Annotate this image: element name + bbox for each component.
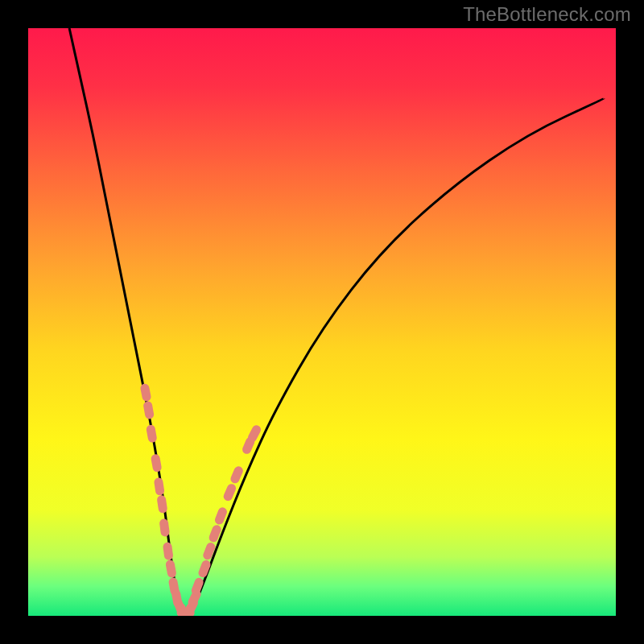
watermark-label: TheBottleneck.com	[463, 3, 631, 26]
curve-marker	[154, 477, 165, 496]
curve-layer	[28, 28, 616, 616]
curve-marker	[156, 495, 167, 514]
svg-rect-8	[165, 559, 177, 579]
bottleneck-curve	[69, 28, 604, 614]
svg-rect-4	[154, 477, 165, 496]
svg-rect-7	[163, 542, 174, 560]
curve-marker	[142, 401, 155, 420]
plot-area	[28, 28, 616, 616]
curve-marker	[139, 383, 151, 402]
curve-marker	[146, 424, 158, 444]
svg-rect-3	[151, 453, 163, 473]
svg-rect-0	[139, 383, 151, 402]
svg-rect-2	[146, 424, 158, 444]
svg-rect-1	[142, 401, 155, 420]
svg-rect-5	[156, 495, 167, 514]
curve-marker	[151, 453, 163, 473]
svg-rect-6	[159, 518, 170, 537]
curve-marker	[165, 559, 177, 579]
chart-frame: TheBottleneck.com	[0, 0, 644, 644]
curve-marker	[159, 518, 170, 537]
curve-marker	[163, 542, 174, 560]
